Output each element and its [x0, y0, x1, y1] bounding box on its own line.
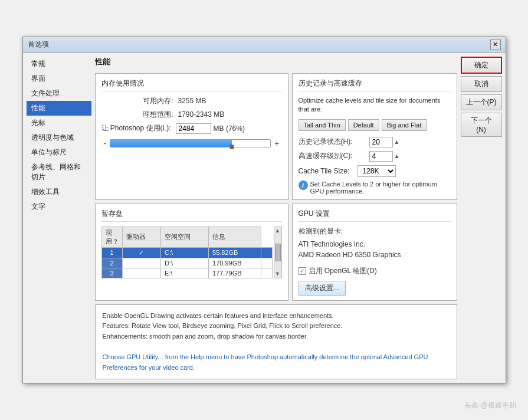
cache-level-input[interactable] [369, 151, 393, 162]
sidebar-item-general[interactable]: 常规 [27, 57, 91, 71]
row-num-3: 3 [101, 268, 122, 278]
available-memory-row: 可用内存: 3255 MB [101, 96, 282, 106]
slider-minus[interactable]: - [104, 139, 107, 148]
cache-panel: 历史记录与高速缓存 Optimize cache levels and tile… [292, 73, 457, 200]
row-info-2 [261, 258, 272, 268]
cache-preset-buttons: Tall and Thin Default Big and Flat [299, 119, 451, 131]
next-button[interactable]: 下一个(N) [461, 113, 502, 137]
history-input[interactable] [369, 137, 393, 147]
available-label: 可用内存: [101, 96, 178, 106]
desc-line5: Choose GPU Utility... from the Help menu… [103, 353, 428, 371]
scratch-title: 暂存盘 [101, 209, 282, 222]
cache-size-select[interactable]: 128K 256K 512K 1024K [358, 165, 396, 177]
default-button[interactable]: Default [348, 119, 379, 131]
cache-tile-size-row: Cache Tile Size: 128K 256K 512K 1024K [299, 165, 451, 177]
sidebar-item-file-handling[interactable]: 文件处理 [27, 86, 91, 101]
opengl-label: 启用 OpenGL 绘图(D) [309, 266, 377, 276]
preferences-window: 首选项 ✕ 常规 界面 文件处理 性能 光标 透明度与色域 单位与标尺 参考线、… [22, 37, 506, 383]
slider-fill [110, 140, 232, 147]
cache-level-label: 高速缓存级别(C): [299, 151, 369, 161]
advanced-settings-button[interactable]: 高级设置... [299, 281, 346, 296]
cache-title: 历史记录与高速缓存 [299, 78, 451, 91]
big-flat-button[interactable]: Big and Flat [382, 119, 427, 131]
scroll-up-arrow[interactable]: ▲ [275, 228, 280, 234]
opengl-checkbox-row: 启用 OpenGL 绘图(D) [299, 266, 451, 276]
row-check-3[interactable] [122, 268, 160, 278]
scroll-thumb[interactable] [275, 244, 281, 261]
bottom-panels: 暂存盘 现用？ 驱动器 空闲空间 信息 [95, 204, 457, 301]
photoshop-unit: MB (76%) [214, 124, 245, 133]
row-space-3: 177.79GB [209, 268, 261, 278]
slider-bar[interactable] [110, 139, 271, 147]
row-space-1: 55.82GB [209, 247, 261, 258]
photoshop-usage-row: 让 Photoshop 使用(L): MB (76%) [101, 123, 282, 134]
info-icon: i [299, 181, 308, 190]
cache-level-arrow-up[interactable]: ▲ [394, 153, 400, 159]
sidebar-item-plugins[interactable]: 增效工具 [27, 185, 91, 199]
tall-thin-button[interactable]: Tall and Thin [299, 119, 346, 131]
detected-label: 检测到的显卡: [299, 227, 451, 237]
scratch-table: 现用？ 驱动器 空闲空间 信息 1 ✓ [101, 227, 273, 278]
sidebar-item-performance[interactable]: 性能 [27, 101, 91, 116]
ideal-label: 理想范围: [101, 110, 178, 120]
opengl-checkbox[interactable] [299, 267, 306, 275]
prev-button[interactable]: 上一个(P) [461, 94, 502, 110]
memory-panel: 内存使用情况 可用内存: 3255 MB 理想范围: 1790-2343 MB … [95, 73, 288, 200]
scratch-panel: 暂存盘 现用？ 驱动器 空闲空间 信息 [95, 204, 288, 301]
row-check-2[interactable] [122, 258, 160, 268]
row-drive-1: C:\ [160, 247, 208, 258]
watermark: 头条 @极速手助 [464, 401, 516, 411]
row-info-3 [261, 268, 272, 278]
desc-line2: Features: Rotate View tool, Birdseye zoo… [103, 322, 343, 329]
desc-text: Enable OpenGL Drawing activates certain … [103, 311, 450, 373]
sidebar-item-cursors[interactable]: 光标 [27, 116, 91, 130]
ideal-value: 1790-2343 MB [178, 110, 225, 119]
titlebar: 首选项 ✕ [23, 37, 506, 53]
row-drive-2: D:\ [160, 258, 208, 268]
main-layout: 常规 界面 文件处理 性能 光标 透明度与色域 单位与标尺 参考线、网格和切片 … [23, 53, 506, 383]
gpu-title: GPU 设置 [299, 209, 451, 222]
action-buttons: 确定 取消 上一个(P) 下一个(N) [461, 57, 502, 379]
table-row[interactable]: 3 E:\ 177.79GB [101, 268, 272, 278]
photoshop-label: 让 Photoshop 使用(L): [101, 123, 176, 133]
col-header-drive: 驱动器 [122, 227, 160, 247]
content-area: 性能 内存使用情况 可用内存: 3255 MB 理想范围: 1790-2343 … [95, 57, 457, 379]
table-row[interactable]: 1 ✓ C:\ 55.82GB [101, 247, 272, 258]
window-title: 首选项 [28, 40, 49, 50]
history-label: 历史记录状态(H): [299, 137, 369, 147]
sidebar-item-units[interactable]: 单位与标尺 [27, 145, 91, 160]
sidebar-item-guides[interactable]: 参考线、网格和切片 [27, 160, 91, 185]
memory-title: 内存使用情况 [101, 78, 282, 91]
close-button[interactable]: ✕ [490, 40, 501, 50]
desc-line3: Enhancements: smooth pan and zoom, drop … [103, 333, 309, 340]
cache-size-label: Cache Tile Size: [299, 167, 358, 175]
row-drive-3: E:\ [160, 268, 208, 278]
row-num-1: 1 [101, 247, 122, 258]
desc-line1: Enable OpenGL Drawing activates certain … [103, 312, 334, 319]
row-num-2: 2 [101, 258, 122, 268]
gpu-panel: GPU 设置 检测到的显卡: ATI Technologies Inc. AMD… [292, 204, 457, 301]
memory-slider[interactable]: - + [101, 139, 282, 148]
history-states-row: 历史记录状态(H): ▲ [299, 137, 451, 147]
scroll-down-arrow[interactable]: ▼ [275, 271, 280, 277]
available-value: 3255 MB [178, 97, 206, 105]
row-check-1[interactable]: ✓ [122, 247, 160, 258]
cache-info-row: i Set Cache Levels to 2 or higher for op… [299, 181, 451, 195]
sidebar-item-interface[interactable]: 界面 [27, 71, 91, 86]
slider-plus[interactable]: + [274, 139, 279, 148]
cancel-button[interactable]: 取消 [461, 76, 502, 92]
slider-thumb[interactable] [229, 145, 234, 149]
sidebar: 常规 界面 文件处理 性能 光标 透明度与色域 单位与标尺 参考线、网格和切片 … [27, 57, 91, 379]
cache-level-row: 高速缓存级别(C): ▲ [299, 151, 451, 162]
table-row[interactable]: 2 D:\ 170.99GB [101, 258, 272, 268]
ok-button[interactable]: 确定 [461, 57, 502, 74]
scratch-scrollbar[interactable]: ▲ ▼ [274, 227, 282, 278]
top-panels: 内存使用情况 可用内存: 3255 MB 理想范围: 1790-2343 MB … [95, 73, 457, 200]
detected-value: ATI Technologies Inc. AMD Radeon HD 6350… [299, 239, 451, 260]
history-arrow-up[interactable]: ▲ [394, 139, 400, 145]
col-header-space: 空闲空间 [160, 227, 208, 247]
sidebar-item-type[interactable]: 文字 [27, 199, 91, 214]
sidebar-item-transparency[interactable]: 透明度与色域 [27, 130, 91, 145]
photoshop-usage-input[interactable] [176, 123, 211, 134]
row-space-2: 170.99GB [209, 258, 261, 268]
